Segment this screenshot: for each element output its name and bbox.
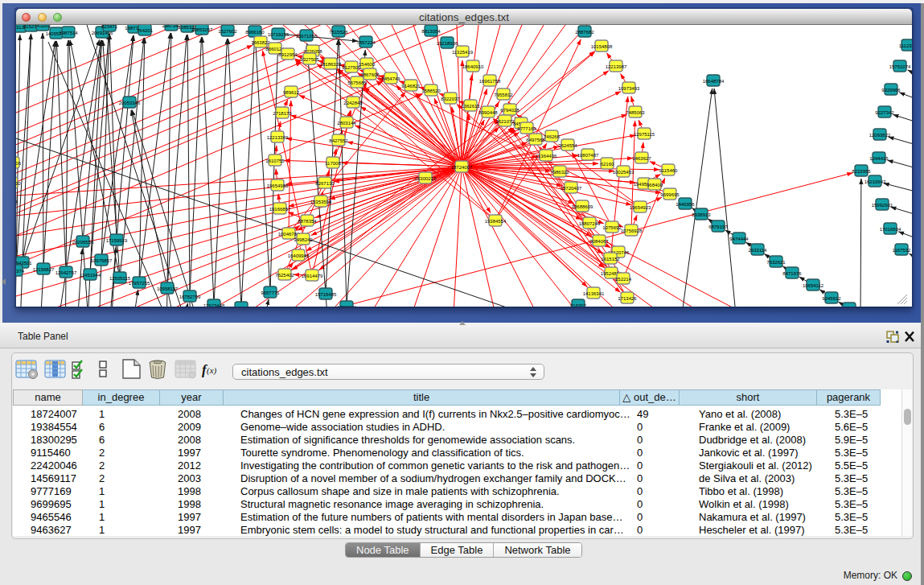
svg-text:7515526: 7515526 [329,30,348,35]
svg-text:16914479: 16914479 [302,274,323,278]
svg-text:1075692: 1075692 [602,225,622,230]
svg-text:9463627: 9463627 [632,156,651,161]
svg-text:2803144: 2803144 [337,121,356,126]
svg-text:12213369: 12213369 [267,135,289,140]
svg-text:19218906: 19218906 [437,41,458,46]
svg-text:15716485: 15716485 [315,292,337,297]
svg-text:8966160: 8966160 [245,30,265,35]
svg-text:6497568: 6497568 [526,138,545,142]
svg-text:18724007: 18724007 [451,165,473,170]
svg-text:18640910: 18640910 [462,64,484,69]
svg-text:9227342: 9227342 [875,110,894,115]
svg-text:10654112: 10654112 [803,283,824,288]
svg-text:15992901: 15992901 [872,203,893,208]
svg-text:117006: 117006 [325,161,341,166]
svg-text:10807487: 10807487 [577,153,599,158]
svg-text:1244415: 1244415 [869,156,889,161]
svg-text:9245613: 9245613 [840,307,859,307]
svg-text:7632621: 7632621 [766,260,786,265]
svg-text:11451944: 11451944 [80,273,101,278]
svg-text:9245612: 9245612 [822,296,841,301]
svg-text:764201: 764201 [137,28,154,33]
svg-text:391374: 391374 [16,269,25,274]
svg-text:17016504: 17016504 [880,227,901,232]
svg-text:12093822: 12093822 [869,133,891,138]
svg-text:535944: 535944 [16,200,18,204]
svg-text:2867608: 2867608 [360,72,380,77]
svg-text:12923448: 12923448 [203,303,225,307]
svg-text:9115460: 9115460 [659,168,679,173]
svg-text:3267130: 3267130 [16,181,21,186]
svg-text:746266: 746266 [544,134,561,139]
svg-text:9329966: 9329966 [881,88,901,93]
svg-text:12975115: 12975115 [634,132,655,137]
svg-text:10853267: 10853267 [191,27,213,32]
svg-text:16961758: 16961758 [479,79,501,84]
svg-text:1112354: 1112354 [899,43,912,48]
svg-text:8322037: 8322037 [441,97,460,101]
svg-text:1527602: 1527602 [218,29,237,34]
svg-text:10756928: 10756928 [621,229,643,233]
svg-text:1362615: 1362615 [461,104,480,109]
svg-text:18186328: 18186328 [320,62,342,67]
svg-text:7485063: 7485063 [626,110,645,115]
svg-text:8215955: 8215955 [852,169,871,174]
svg-text:1167532: 1167532 [893,248,912,253]
svg-text:25300215: 25300215 [415,176,437,181]
svg-text:417006: 417006 [16,161,22,166]
svg-text:9657771: 9657771 [261,290,280,295]
svg-text:1630270: 1630270 [232,306,251,307]
svg-text:8912954: 8912954 [278,52,298,57]
svg-text:3498242: 3498242 [294,237,313,242]
svg-text:8990448: 8990448 [478,110,498,115]
svg-text:1987514: 1987514 [59,31,78,35]
svg-text:16782759: 16782759 [179,295,201,299]
svg-text:5675685: 5675685 [347,80,367,85]
svg-text:10688609: 10688609 [572,204,593,209]
svg-text:8471676: 8471676 [782,271,802,276]
svg-text:19166857: 19166857 [269,207,291,212]
svg-text:16648784: 16648784 [703,79,725,84]
svg-text:1615152: 1615152 [601,257,620,262]
svg-text:1440956: 1440956 [676,202,695,207]
svg-text:10025453: 10025453 [613,170,634,175]
svg-text:2933114: 2933114 [749,248,768,253]
svg-text:2718170: 2718170 [273,111,292,116]
svg-text:8878354: 8878354 [298,219,317,224]
svg-text:968400: 968400 [647,183,663,187]
svg-text:989612: 989612 [283,90,300,95]
svg-text:10154808: 10154808 [591,44,613,49]
svg-text:9474444: 9474444 [729,237,749,241]
svg-text:154600: 154600 [359,62,376,67]
svg-text:6879197: 6879197 [708,225,728,229]
svg-text:19384554: 19384554 [485,219,507,224]
svg-text:1610755: 1610755 [265,159,285,163]
svg-text:7955812: 7955812 [494,93,513,97]
svg-text:9327505: 9327505 [300,57,319,62]
svg-text:1621072: 1621072 [495,119,515,124]
svg-text:15751074: 15751074 [889,64,911,69]
svg-text:20053346: 20053346 [119,101,141,105]
svg-text:8267130: 8267130 [315,181,335,186]
svg-text:763202: 763202 [35,25,51,28]
svg-text:10975857: 10975857 [91,258,113,263]
svg-text:10958117: 10958117 [157,286,179,291]
svg-text:1713426: 1713426 [618,296,637,301]
svg-text:7625402: 7625402 [275,273,294,278]
svg-text:62160: 62160 [601,162,614,167]
svg-text:14136341: 14136341 [583,291,605,296]
svg-text:3624554: 3624554 [558,143,577,148]
svg-text:11325419: 11325419 [452,50,474,55]
svg-text:9699695: 9699695 [660,192,680,197]
svg-text:16210643: 16210643 [864,179,886,184]
svg-text:12156827: 12156827 [33,267,55,272]
svg-text:252214: 252214 [615,277,632,282]
svg-text:8454749: 8454749 [381,76,400,81]
svg-text:8427552: 8427552 [329,138,348,143]
svg-text:823471: 823471 [101,25,118,29]
svg-text:10671355: 10671355 [296,34,318,39]
svg-text:7663822: 7663822 [251,40,270,45]
svg-text:9084067: 9084067 [589,239,609,244]
svg-text:1763024: 1763024 [337,305,356,307]
svg-text:2887682: 2887682 [575,30,594,35]
